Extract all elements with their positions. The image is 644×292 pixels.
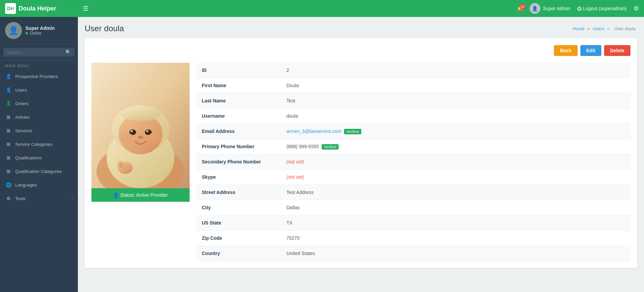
breadcrumb-users[interactable]: Users [593, 26, 604, 31]
logout-label: Logout (superadmin) [583, 6, 627, 11]
table-row: Last NameTest [196, 93, 630, 109]
main-content: User doula Home » Users » User doula Bac… [78, 17, 644, 292]
chevron-right-icon: ‹ [71, 196, 73, 201]
topbar-user[interactable]: 👤 Super Admin [530, 3, 570, 14]
logout-button[interactable]: ⏻ Logout (superadmin) [577, 6, 627, 11]
sidebar: 👤 Super Admin Online 🔍 Main Menu 👤 Prosp… [0, 17, 78, 292]
user-detail-layout: 👤 Status: Active Provider ID2First NameD… [91, 63, 630, 261]
sidebar-user: 👤 Super Admin Online [0, 17, 78, 44]
notifications-bell[interactable]: 🔔 10 [517, 6, 523, 11]
sidebar-item-label: Articles [15, 115, 30, 120]
field-value: Doula [281, 78, 630, 93]
user-photo-section: 👤 Status: Active Provider [91, 63, 190, 261]
languages-icon: 🌐 [5, 182, 12, 188]
table-row: Secondary Phone Number(not set) [196, 154, 630, 170]
svg-point-11 [147, 133, 161, 143]
delete-button[interactable]: Delete [604, 45, 630, 56]
breadcrumb-separator-1: » [587, 26, 590, 31]
sidebar-menu-label: Main Menu [0, 60, 78, 70]
field-value: armen_b@lavservice.comVerified [281, 124, 630, 139]
field-label: Email Address [196, 124, 281, 139]
users-icon: 👤 [5, 87, 12, 93]
topbar-avatar: 👤 [530, 3, 540, 14]
table-row: US StateTX [196, 215, 630, 231]
sidebar-avatar: 👤 [5, 22, 22, 39]
sidebar-item-label: Languages [15, 182, 37, 188]
table-row: CountryUnited States [196, 246, 630, 261]
status-dot [25, 32, 28, 35]
field-label: Secondary Phone Number [196, 154, 281, 170]
breadcrumb: Home » Users » User doula [573, 26, 637, 31]
field-label: Username [196, 109, 281, 124]
field-value: 75270 [281, 231, 630, 246]
orders-icon: 💲 [5, 101, 12, 106]
table-row: Email Addressarmen_b@lavservice.comVerif… [196, 124, 630, 139]
search-icon: 🔍 [65, 50, 71, 55]
svg-point-10 [120, 133, 134, 143]
field-value: Test [281, 93, 630, 109]
breadcrumb-separator-2: » [607, 26, 609, 31]
svg-point-13 [117, 161, 123, 168]
field-value: TX [281, 215, 630, 231]
status-icon: 👤 [113, 192, 120, 198]
sidebar-item-qualification-categories[interactable]: ⊞ Qualification Categories [0, 164, 78, 178]
table-row: Skype(not set) [196, 170, 630, 185]
notification-count: 10 [519, 4, 525, 10]
user-photo [91, 63, 190, 188]
breadcrumb-current: User doula [614, 26, 636, 31]
service-categories-icon: ⊞ [5, 141, 12, 147]
sidebar-item-label: Service Categories [15, 142, 52, 147]
phone-value: (888) 999-5555 [286, 144, 319, 149]
field-label: Primary Phone Number [196, 139, 281, 154]
sidebar-item-label: Qualification Categories [15, 169, 62, 174]
field-label: ID [196, 63, 281, 78]
field-value: (not set) [281, 170, 630, 185]
hamburger-button[interactable]: ☰ [80, 5, 92, 12]
sidebar-item-label: Tools [15, 196, 25, 201]
sidebar-item-prospective-providers[interactable]: 👤 Prospective Providers [0, 70, 78, 83]
sidebar-item-label: Users [15, 87, 27, 93]
sidebar-search-inner: 🔍 [3, 48, 74, 57]
table-row: Street AddressTest Address [196, 185, 630, 200]
sidebar-item-services[interactable]: ⊞ Services [0, 124, 78, 137]
field-value: (888) 999-5555Verified [281, 139, 630, 154]
not-set-value: (not set) [286, 159, 304, 164]
sidebar-user-info: Super Admin Online [25, 25, 55, 36]
verified-badge: Verified [344, 129, 361, 134]
sidebar-search-container: 🔍 [0, 44, 78, 60]
status-text: Online [30, 31, 42, 36]
field-label: Skype [196, 170, 281, 185]
brand-logo: DH [5, 3, 16, 14]
table-row: First NameDoula [196, 78, 630, 93]
status-text: Status: Active Provider [120, 192, 168, 198]
search-input[interactable] [7, 50, 65, 55]
svg-point-7 [131, 130, 133, 132]
field-label: Country [196, 246, 281, 261]
edit-button[interactable]: Edit [580, 45, 601, 56]
email-link[interactable]: armen_b@lavservice.com [286, 129, 341, 134]
sidebar-item-orders[interactable]: 💲 Orders [0, 97, 78, 110]
sidebar-item-tools[interactable]: ⚙ Tools ‹ [0, 192, 78, 205]
field-value: Dallas [281, 200, 630, 215]
topbar-right: 🔔 10 👤 Super Admin ⏻ Logout (superadmin)… [517, 3, 639, 14]
sidebar-item-languages[interactable]: 🌐 Languages [0, 178, 78, 192]
tools-icon: ⚙ [5, 196, 12, 201]
table-row: CityDallas [196, 200, 630, 215]
sidebar-item-qualifications[interactable]: ⊞ Qualifications [0, 151, 78, 164]
not-set-value: (not set) [286, 174, 304, 180]
breadcrumb-home[interactable]: Home [573, 26, 585, 31]
table-row: ID2 [196, 63, 630, 78]
svg-point-9 [138, 136, 143, 139]
topbar: DH Doula Helper ☰ 🔔 10 👤 Super Admin ⏻ L… [0, 0, 644, 17]
sidebar-item-service-categories[interactable]: ⊞ Service Categories [0, 137, 78, 151]
sidebar-item-label: Orders [15, 101, 29, 106]
verified-badge: Verified [322, 144, 339, 150]
settings-icon[interactable]: ⚙ [634, 5, 639, 12]
sidebar-item-users[interactable]: 👤 Users [0, 83, 78, 97]
qualifications-icon: ⊞ [5, 155, 12, 160]
sidebar-user-name: Super Admin [25, 25, 55, 31]
services-icon: ⊞ [5, 128, 12, 133]
back-button[interactable]: Back [554, 45, 577, 56]
person-icon: 👤 [5, 74, 12, 79]
sidebar-item-articles[interactable]: ⊞ Articles [0, 110, 78, 124]
